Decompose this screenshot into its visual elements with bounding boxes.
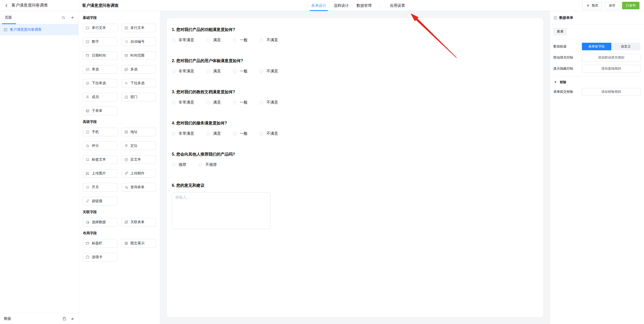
palette-item[interactable]: 多行文本	[122, 24, 156, 32]
palette-item[interactable]: 选择数据	[83, 218, 117, 226]
palette-item[interactable]: 上传图片	[83, 169, 117, 178]
publish-status-button[interactable]: 已发布	[622, 2, 639, 9]
validation-collapse-header[interactable]: 校验	[553, 80, 640, 84]
question-block-1[interactable]: 1. 您对我们产品的功能满意度如何?非常满意满意一般不满意	[172, 27, 538, 43]
palette-item[interactable]: 时间范围	[122, 51, 156, 60]
radio-option-label: 一般	[240, 131, 248, 136]
tab-form-design[interactable]: 表单设计	[311, 0, 326, 11]
radio-option[interactable]: 非常满意	[172, 37, 194, 43]
palette-item[interactable]: 富文本	[122, 155, 156, 164]
add-validation-rule-button[interactable]: 添加校验规则	[582, 88, 640, 96]
add-rule-button[interactable]: 添加显隐规则	[582, 65, 640, 72]
palette-item[interactable]: 单行文本	[83, 24, 117, 32]
page-list-item[interactable]: 客户满意度问卷调查	[0, 24, 78, 35]
datetime-icon	[86, 54, 90, 58]
radio-option[interactable]: 满意	[206, 100, 221, 105]
palette-item[interactable]: 地址	[122, 128, 156, 136]
palette-item[interactable]: 选项卡	[83, 253, 117, 261]
comments-textarea[interactable]	[172, 192, 270, 229]
radio-option[interactable]: 一般	[233, 37, 248, 43]
radio-option[interactable]: 不满意	[260, 131, 278, 136]
radio-option[interactable]: 不满意	[260, 37, 278, 43]
palette-item-label: 关联表单	[131, 220, 145, 224]
question-block-3[interactable]: 3. 您对我们的教程文档满意度如何?非常满意满意一般不满意	[172, 89, 538, 105]
department-icon	[124, 95, 128, 99]
save-button[interactable]: 保存	[605, 2, 619, 9]
add-page-icon[interactable]	[70, 16, 74, 20]
data-title-segmented: 表单首字段自定义	[582, 43, 640, 50]
palette-item[interactable]: 手机	[83, 128, 117, 136]
tab-flow-design[interactable]: 流程设计	[334, 0, 349, 11]
radio-option-label: 非常满意	[179, 100, 194, 105]
palette-item[interactable]: 超链接	[83, 197, 117, 205]
palette-item[interactable]: 图文展示	[122, 239, 156, 248]
palette-item[interactable]: 开关	[83, 183, 117, 192]
radio-option[interactable]: 一般	[233, 131, 248, 136]
question-block-2[interactable]: 2. 您对我们产品的用户体验满意度如何?非常满意满意一般不满意	[172, 58, 538, 74]
palette-item[interactable]: 关联表单	[122, 218, 156, 226]
palette-item[interactable]: 3数字	[83, 37, 117, 46]
form-canvas: 1. 您对我们产品的功能满意度如何?非常满意满意一般不满意2. 您对我们产品的用…	[160, 11, 550, 324]
search-icon[interactable]	[61, 16, 65, 20]
palette-item[interactable]: 下拉多选	[122, 79, 156, 87]
palette-item[interactable]: 标题栏	[83, 239, 117, 248]
preview-button[interactable]: 预览	[582, 2, 602, 9]
palette-item-label: 下拉单选	[92, 81, 106, 85]
palette-grid: 标题栏图文展示选项卡	[83, 239, 156, 261]
form-card[interactable]: 1. 您对我们产品的功能满意度如何?非常满意满意一般不满意2. 您对我们产品的用…	[167, 18, 543, 317]
add-data-model-icon[interactable]	[62, 317, 66, 321]
checkbox-icon	[124, 67, 128, 71]
question-title: 3. 您对我们的教程文档满意度如何?	[172, 89, 538, 95]
palette-item[interactable]: 日期时间	[83, 51, 117, 60]
radio-option[interactable]: 不满意	[260, 69, 278, 74]
radio-option[interactable]: 不满意	[260, 100, 278, 105]
radio-option[interactable]: 非常满意	[172, 100, 194, 105]
tab-app-settings[interactable]: 应用设置	[390, 0, 405, 11]
question-options: 推荐不推荐	[172, 162, 538, 167]
palette-item[interactable]: 单选	[83, 65, 117, 74]
question-block-4[interactable]: 4. 您对我们的服务满意度如何?非常满意满意一般不满意	[172, 121, 538, 136]
palette-item[interactable]: 多选	[122, 65, 156, 74]
palette-item[interactable]: 上传附件	[122, 169, 156, 178]
data-section-label: 数据	[4, 316, 11, 321]
palette-item-label: 开关	[92, 185, 99, 190]
radio-option[interactable]: 推荐	[172, 162, 186, 167]
segment-custom[interactable]: 自定义	[611, 43, 641, 50]
tab-data-manage[interactable]: 数据管理	[356, 0, 372, 11]
palette-item[interactable]: 查询表单	[122, 183, 156, 192]
palette-item[interactable]: 成员	[83, 93, 117, 101]
palette-item[interactable]: 定位	[122, 142, 156, 150]
address-icon	[124, 130, 128, 134]
radio-option[interactable]: 一般	[233, 100, 248, 105]
radio-option[interactable]: 一般	[233, 69, 248, 74]
palette-item[interactable]: 下拉单选	[83, 79, 117, 87]
palette-item-label: 子表单	[92, 109, 102, 113]
palette-item[interactable]: 自动编号	[122, 37, 156, 46]
app-designer: 客户满意度问卷调查 客户满意度问卷调查 表单设计流程设计数据管理应用设置 预览 …	[0, 0, 644, 324]
palette-item[interactable]: 子表单	[83, 107, 117, 115]
tab-pages[interactable]: 页面	[4, 11, 13, 24]
time-range-icon	[124, 54, 128, 58]
radio-option[interactable]: 满意	[206, 69, 221, 74]
tab-form-chip[interactable]: 表单	[553, 28, 567, 35]
add-rule-button[interactable]: 添加联动填充规则	[582, 54, 640, 61]
palette-item[interactable]: 评分	[83, 142, 117, 150]
palette-item[interactable]: 部门	[122, 93, 156, 101]
radio-option[interactable]: 非常满意	[172, 131, 194, 136]
radio-option[interactable]: 满意	[206, 131, 221, 136]
question-title: 1. 您对我们产品的功能满意度如何?	[172, 27, 538, 32]
radio-option[interactable]: 非常满意	[172, 69, 194, 74]
radio-option[interactable]: 不推荐	[198, 162, 217, 167]
palette-item[interactable]: 标签文本	[83, 155, 117, 164]
palette-grid: 选择数据关联表单	[83, 218, 156, 226]
question-block-6[interactable]: 6. 您的意见和建议	[172, 183, 538, 230]
back-button[interactable]	[5, 4, 9, 8]
question-block-5[interactable]: 5. 您会向其他人推荐我们的产品吗?推荐不推荐	[172, 152, 538, 167]
radio-option-label: 推荐	[179, 162, 186, 167]
back-chevron-icon	[5, 4, 9, 8]
collapse-panel-icon[interactable]	[70, 317, 74, 321]
hyperlink-icon	[86, 199, 90, 203]
segment-form-first-field[interactable]: 表单首字段	[582, 43, 611, 50]
radio-option[interactable]: 满意	[206, 37, 221, 43]
inspector-header: 数据表单	[550, 11, 644, 25]
